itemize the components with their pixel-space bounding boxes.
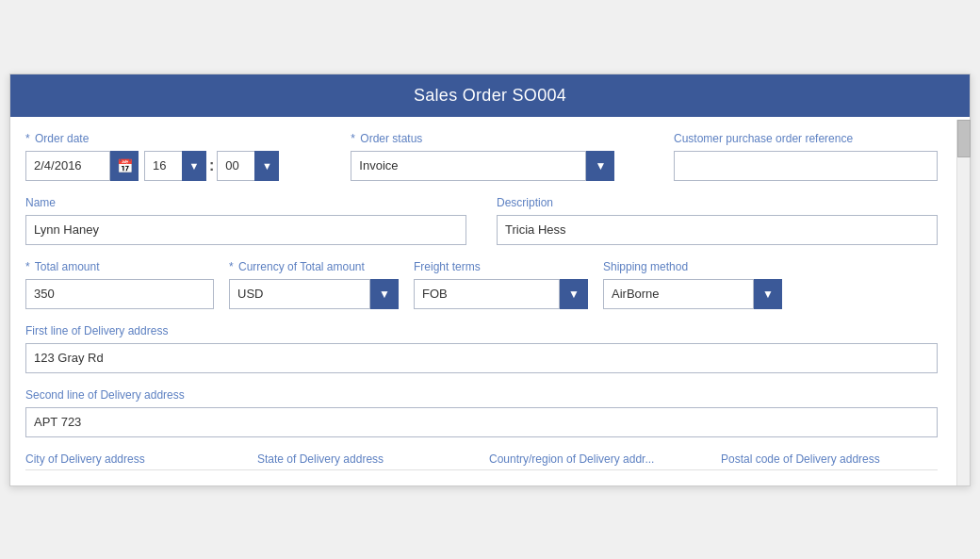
total-amount-label: * Total amount bbox=[25, 260, 214, 273]
title-bar: Sales Order SO004 bbox=[10, 74, 970, 117]
bottom-address-labels-row: City of Delivery address State of Delive… bbox=[25, 452, 938, 466]
order-status-dropdown-button[interactable]: ▼ bbox=[586, 151, 614, 181]
customer-po-ref-input[interactable] bbox=[674, 151, 938, 181]
delivery-address-2-label: Second line of Delivery address bbox=[25, 388, 938, 402]
freight-terms-dropdown-button[interactable]: ▼ bbox=[560, 279, 588, 309]
order-status-input[interactable] bbox=[351, 151, 586, 181]
calendar-icon: 📅 bbox=[117, 158, 133, 173]
name-group: Name bbox=[25, 196, 466, 245]
required-star-date: * bbox=[25, 132, 30, 145]
city-label: City of Delivery address bbox=[25, 452, 242, 466]
description-input[interactable] bbox=[497, 215, 938, 245]
row-name-description: Name Description bbox=[25, 196, 938, 245]
required-star-amount: * bbox=[25, 260, 30, 273]
currency-chevron-down-icon: ▼ bbox=[379, 288, 390, 301]
date-input-group: 📅 16 ▼ : 00 ▼ bbox=[25, 151, 279, 181]
bottom-divider bbox=[25, 469, 938, 470]
freight-terms-input[interactable] bbox=[414, 279, 560, 309]
order-status-label: * Order status bbox=[351, 132, 614, 145]
total-amount-input[interactable] bbox=[25, 279, 214, 309]
freight-terms-select-wrapper: ▼ bbox=[414, 279, 588, 309]
required-star-status: * bbox=[351, 132, 355, 145]
order-date-group: * Order date 📅 16 ▼ : bbox=[25, 132, 279, 181]
shipping-method-select-wrapper: ▼ bbox=[603, 279, 782, 309]
row-delivery-address-1: First line of Delivery address bbox=[25, 324, 938, 373]
shipping-method-input[interactable] bbox=[603, 279, 754, 309]
hour-chevron-down-icon: ▼ bbox=[189, 160, 200, 172]
minute-select-wrapper: 00 ▼ bbox=[217, 151, 279, 181]
minute-value: 00 bbox=[217, 151, 254, 181]
row-amount-currency-freight-shipping: * Total amount * Currency of Total amoun… bbox=[25, 260, 938, 309]
shipping-method-group: Shipping method ▼ bbox=[603, 260, 782, 309]
hour-dropdown-button[interactable]: ▼ bbox=[182, 151, 206, 181]
minute-chevron-down-icon: ▼ bbox=[262, 160, 272, 172]
currency-input[interactable] bbox=[229, 279, 370, 309]
total-amount-group: * Total amount bbox=[25, 260, 214, 309]
freight-terms-label: Freight terms bbox=[414, 260, 588, 273]
currency-group: * Currency of Total amount ▼ bbox=[229, 260, 399, 309]
order-date-label: * Order date bbox=[25, 132, 279, 145]
shipping-method-label: Shipping method bbox=[603, 260, 782, 273]
hour-select-wrapper: 16 ▼ bbox=[144, 151, 206, 181]
date-input[interactable] bbox=[25, 151, 110, 181]
scrollbar-thumb[interactable] bbox=[957, 120, 971, 157]
state-label: State of Delivery address bbox=[257, 452, 474, 466]
freight-terms-group: Freight terms ▼ bbox=[414, 260, 588, 309]
hour-value: 16 bbox=[144, 151, 182, 181]
delivery-address-1-input[interactable] bbox=[25, 343, 938, 373]
postal-label: Postal code of Delivery address bbox=[721, 452, 938, 466]
delivery-address-2-group: Second line of Delivery address bbox=[25, 388, 938, 437]
minute-dropdown-button[interactable]: ▼ bbox=[254, 151, 279, 181]
time-colon: : bbox=[206, 157, 217, 174]
freight-terms-chevron-down-icon: ▼ bbox=[568, 288, 580, 301]
currency-select-wrapper: ▼ bbox=[229, 279, 399, 309]
customer-po-ref-label: Customer purchase order reference bbox=[674, 132, 938, 145]
order-status-group: * Order status ▼ bbox=[351, 132, 614, 181]
description-group: Description bbox=[497, 196, 938, 245]
currency-label: * Currency of Total amount bbox=[229, 260, 399, 273]
shipping-method-chevron-down-icon: ▼ bbox=[762, 288, 774, 301]
delivery-address-2-input[interactable] bbox=[25, 407, 938, 437]
customer-po-ref-group: Customer purchase order reference bbox=[674, 132, 938, 181]
name-input[interactable] bbox=[25, 215, 466, 245]
delivery-address-1-label: First line of Delivery address bbox=[25, 324, 938, 337]
name-label: Name bbox=[25, 196, 466, 209]
form-content: * Order date 📅 16 ▼ : bbox=[10, 117, 956, 485]
shipping-method-dropdown-button[interactable]: ▼ bbox=[754, 279, 782, 309]
required-star-currency: * bbox=[229, 260, 234, 273]
scrollbar[interactable] bbox=[956, 120, 970, 485]
row-delivery-address-2: Second line of Delivery address bbox=[25, 388, 938, 437]
country-label: Country/region of Delivery addr... bbox=[489, 452, 706, 466]
order-status-select-wrapper: ▼ bbox=[351, 151, 614, 181]
row-order-date-status: * Order date 📅 16 ▼ : bbox=[25, 132, 938, 181]
calendar-button[interactable]: 📅 bbox=[110, 151, 139, 181]
description-label: Description bbox=[497, 196, 938, 209]
window-title: Sales Order SO004 bbox=[414, 86, 566, 105]
order-status-chevron-down-icon: ▼ bbox=[595, 159, 606, 173]
delivery-address-1-group: First line of Delivery address bbox=[25, 324, 938, 373]
currency-dropdown-button[interactable]: ▼ bbox=[370, 279, 399, 309]
sales-order-window: Sales Order SO004 * Order date 📅 16 bbox=[9, 74, 971, 486]
